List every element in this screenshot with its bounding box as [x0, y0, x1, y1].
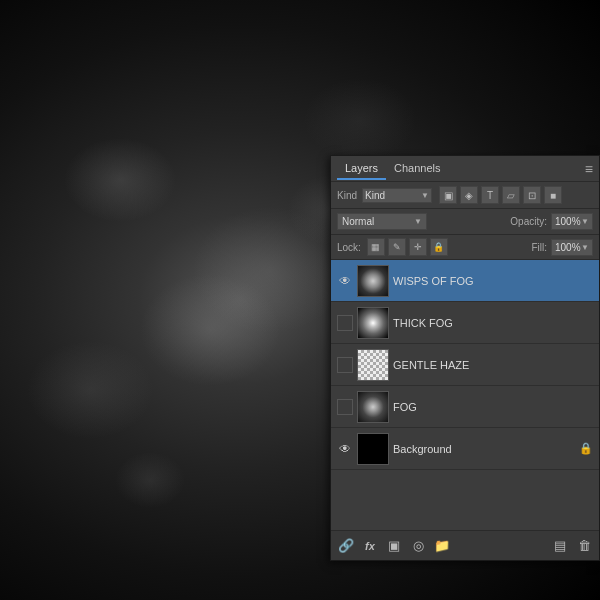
fill-arrow: ▼ [581, 243, 589, 252]
add-mask-icon[interactable]: ▣ [385, 537, 403, 555]
visibility-check-fog[interactable] [337, 399, 353, 415]
lock-paint-icon[interactable]: ✎ [388, 238, 406, 256]
layer-name-thick-fog: THICK FOG [393, 317, 593, 329]
filter-row: Kind Kind ▼ ▣ ◈ T ▱ ⊡ ■ [331, 182, 599, 209]
filter-label: Kind [337, 190, 357, 201]
layer-name-fog: FOG [393, 401, 593, 413]
visibility-check-thick-fog[interactable] [337, 315, 353, 331]
tab-channels[interactable]: Channels [386, 158, 448, 180]
lock-pixels-icon[interactable]: ▦ [367, 238, 385, 256]
lock-label: Lock: [337, 242, 361, 253]
opacity-label: Opacity: [510, 216, 547, 227]
filter-smart-icon[interactable]: ⊡ [523, 186, 541, 204]
layer-lock-icon: 🔒 [579, 442, 593, 455]
lock-all-icon[interactable]: 🔒 [430, 238, 448, 256]
visibility-eye-wisps[interactable]: 👁 [337, 273, 353, 289]
filter-shape-icon[interactable]: ▱ [502, 186, 520, 204]
layer-item-wisps[interactable]: 👁 WISPS OF FOG [331, 260, 599, 302]
tab-layers[interactable]: Layers [337, 158, 386, 180]
kind-value: Kind [365, 190, 385, 201]
lock-move-icon[interactable]: ✛ [409, 238, 427, 256]
layers-list: 👁 WISPS OF FOG THICK FOG GENTLE HAZE [331, 260, 599, 470]
filter-icons: ▣ ◈ T ▱ ⊡ ■ [439, 186, 562, 204]
layer-item-background[interactable]: 👁 Background 🔒 [331, 428, 599, 470]
fill-input[interactable]: 100% ▼ [551, 239, 593, 256]
filter-type-icon[interactable]: T [481, 186, 499, 204]
lock-row: Lock: ▦ ✎ ✛ 🔒 Fill: 100% ▼ [331, 235, 599, 260]
fx-icon[interactable]: fx [361, 537, 379, 555]
panel-spacer [331, 470, 599, 530]
panel-footer: 🔗 fx ▣ ◎ 📁 ▤ 🗑 [331, 530, 599, 560]
layer-thumb-background [357, 433, 389, 465]
link-icon[interactable]: 🔗 [337, 537, 355, 555]
layer-thumb-gentle-haze [357, 349, 389, 381]
opacity-value: 100% [555, 216, 581, 227]
visibility-eye-background[interactable]: 👁 [337, 441, 353, 457]
fill-value: 100% [555, 242, 581, 253]
layer-name-background: Background [393, 443, 575, 455]
kind-arrow: ▼ [421, 191, 429, 200]
panel-menu-icon[interactable]: ≡ [585, 161, 593, 177]
layer-thumb-fog [357, 391, 389, 423]
layer-item-gentle-haze[interactable]: GENTLE HAZE [331, 344, 599, 386]
group-icon[interactable]: 📁 [433, 537, 451, 555]
layers-panel: Layers Channels ≡ Kind Kind ▼ ▣ ◈ T ▱ ⊡ … [330, 155, 600, 561]
blend-mode-arrow: ▼ [414, 217, 422, 226]
visibility-check-gentle-haze[interactable] [337, 357, 353, 373]
layer-item-fog[interactable]: FOG [331, 386, 599, 428]
layer-name-wisps: WISPS OF FOG [393, 275, 593, 287]
blend-mode-select[interactable]: Normal ▼ [337, 213, 427, 230]
layer-thumb-wisps [357, 265, 389, 297]
fill-label: Fill: [531, 242, 547, 253]
layer-thumb-thick-fog [357, 307, 389, 339]
adjustment-icon[interactable]: ◎ [409, 537, 427, 555]
new-layer-icon[interactable]: ▤ [551, 537, 569, 555]
opacity-arrow: ▼ [581, 217, 589, 226]
lock-icons: ▦ ✎ ✛ 🔒 [367, 238, 448, 256]
layer-item-thick-fog[interactable]: THICK FOG [331, 302, 599, 344]
kind-select[interactable]: Kind ▼ [362, 188, 432, 203]
layer-name-gentle-haze: GENTLE HAZE [393, 359, 593, 371]
filter-adjust-icon[interactable]: ◈ [460, 186, 478, 204]
delete-layer-icon[interactable]: 🗑 [575, 537, 593, 555]
blend-mode-row: Normal ▼ Opacity: 100% ▼ [331, 209, 599, 235]
blend-mode-value: Normal [342, 216, 374, 227]
panel-tabs: Layers Channels ≡ [331, 156, 599, 182]
filter-extra-icon[interactable]: ■ [544, 186, 562, 204]
opacity-input[interactable]: 100% ▼ [551, 213, 593, 230]
filter-pixel-icon[interactable]: ▣ [439, 186, 457, 204]
